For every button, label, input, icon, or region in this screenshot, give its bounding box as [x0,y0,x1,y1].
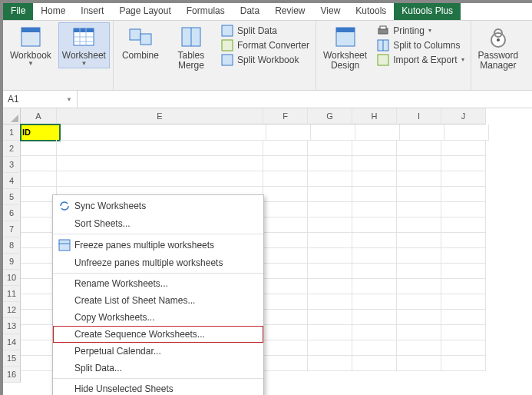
column-header[interactable]: E [57,108,263,124]
cell[interactable] [21,324,57,340]
row-header[interactable]: 1 [3,124,21,141]
cell[interactable] [21,232,57,248]
cell[interactable] [397,217,441,233]
cell[interactable] [57,171,263,187]
cell[interactable] [308,186,352,202]
cell[interactable] [21,294,57,310]
cell[interactable] [21,201,57,217]
split-columns-button[interactable]: Split to Columns [374,38,467,52]
menu-freeze-panes[interactable]: Freeze panes multiple worksheets [53,234,263,254]
cell[interactable] [397,201,441,217]
combine-button[interactable]: Combine [117,22,164,63]
cell[interactable] [308,140,352,156]
split-data-button[interactable]: Split Data [218,24,312,38]
cell[interactable] [263,309,308,325]
cell[interactable] [352,309,397,325]
row-header[interactable]: 6 [3,205,21,221]
row-header[interactable]: 15 [3,350,21,367]
cell[interactable] [441,217,486,233]
tab-home[interactable]: Home [33,3,73,20]
column-header[interactable]: J [441,108,486,124]
cell[interactable] [308,278,352,294]
workbook-button[interactable]: Workbook ▼ [6,22,55,68]
cell[interactable] [441,201,486,217]
cell[interactable] [397,232,441,248]
cell[interactable] [263,155,308,171]
cell[interactable] [397,186,441,202]
row-header[interactable]: 10 [3,270,21,286]
menu-create-sequence-worksheets[interactable]: Create Sequence Worksheets... [53,326,263,343]
cell[interactable] [263,140,308,156]
cell[interactable] [308,309,352,325]
row-header[interactable]: 7 [3,221,21,237]
cell[interactable] [308,340,352,356]
cell[interactable] [441,232,486,248]
tab-formulas[interactable]: Formulas [179,3,233,20]
cell[interactable] [57,140,263,156]
cell[interactable] [263,232,308,248]
cell[interactable] [444,124,489,141]
cell[interactable] [352,171,397,187]
cell[interactable] [21,355,57,371]
cell[interactable] [352,232,397,248]
cell[interactable] [308,171,352,187]
cell[interactable] [352,324,397,340]
row-header[interactable]: 14 [3,334,21,350]
cell[interactable] [397,294,441,310]
cell[interactable] [311,124,355,141]
split-workbook-button[interactable]: Split Workbook [218,53,312,67]
cell[interactable] [352,278,397,294]
cell[interactable] [441,171,486,187]
cell[interactable] [263,263,308,279]
menu-perpetual-calendar[interactable]: Perpetual Calendar... [53,343,263,360]
cell[interactable] [397,355,441,371]
cell[interactable] [441,155,486,171]
cell[interactable] [441,355,486,371]
tab-kutools-plus[interactable]: Kutools Plus [394,3,461,20]
row-header[interactable]: 11 [3,286,21,302]
cell[interactable] [441,324,486,340]
cell[interactable] [397,324,441,340]
menu-split-data[interactable]: Split Data... [53,360,263,377]
menu-sync-worksheets[interactable]: Sync Worksheets [53,197,263,215]
worksheet-button[interactable]: Worksheet ▼ [58,22,110,68]
cell[interactable] [352,355,397,371]
cell[interactable] [400,124,444,141]
menu-hide-unselected[interactable]: Hide Unselected Sheets [53,378,263,395]
cell[interactable] [308,232,352,248]
tab-insert[interactable]: Insert [73,3,111,20]
cell[interactable] [352,247,397,264]
worksheet-grid[interactable]: 12345678910111213141516 AEFGHIJ ID Sync … [3,108,532,395]
cell[interactable] [352,294,397,310]
cell[interactable] [21,140,57,156]
select-all-corner[interactable] [3,108,21,124]
menu-create-list[interactable]: Create List of Sheet Names... [53,292,263,309]
cell[interactable] [441,294,486,310]
cell[interactable] [21,309,57,325]
cell[interactable] [352,217,397,233]
cell[interactable] [441,247,486,264]
cell[interactable] [263,324,308,340]
cell[interactable] [397,340,441,356]
format-converter-button[interactable]: Format Converter [218,38,312,52]
cell[interactable] [263,294,308,310]
cell[interactable] [21,186,57,202]
cell[interactable] [21,340,57,356]
cell[interactable] [308,263,352,279]
name-box[interactable]: A1▼ [3,91,78,108]
cell[interactable] [397,278,441,294]
cell[interactable] [397,140,441,156]
cell[interactable] [263,340,308,356]
cell[interactable] [21,278,57,294]
cell[interactable] [441,186,486,202]
tab-data[interactable]: Data [233,3,267,20]
row-header[interactable]: 5 [3,189,21,205]
tab-page-layout[interactable]: Page Layout [111,3,178,20]
cell[interactable] [352,340,397,356]
menu-copy-worksheets[interactable]: Copy Worksheets... [53,309,263,326]
cell[interactable]: ID [21,124,60,141]
menu-rename-worksheets[interactable]: Rename Worksheets... [53,273,263,292]
cell[interactable] [263,247,308,264]
column-header[interactable]: I [397,108,441,124]
cell[interactable] [263,186,308,202]
